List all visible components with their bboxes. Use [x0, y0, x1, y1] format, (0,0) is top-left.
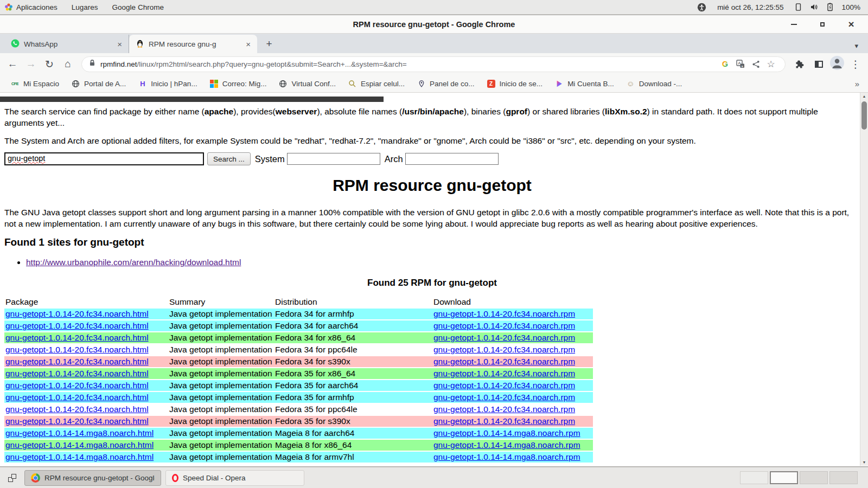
window-title: RPM resource gnu-getopt - Google Chrome: [353, 20, 515, 29]
page-title: RPM resource gnu-getopt: [4, 176, 868, 195]
home-button[interactable]: ⌂: [60, 56, 76, 72]
package-link[interactable]: gnu-getopt-1.0.14-20.fc34.noarch.html: [5, 369, 149, 378]
download-link[interactable]: gnu-getopt-1.0.14-14.mga8.noarch.rpm: [433, 452, 580, 461]
address-bar[interactable]: rpmfind.net/linux/rpm2html/search.php?qu…: [81, 56, 786, 72]
new-tab-button[interactable]: +: [261, 36, 277, 52]
chrome-window: RPM resource gnu-getopt - Google Chrome …: [0, 15, 868, 466]
workspace-1[interactable]: [740, 471, 768, 484]
bookmark-star-icon[interactable]: ☆: [763, 59, 778, 70]
download-link[interactable]: gnu-getopt-1.0.14-20.fc34.noarch.rpm: [433, 369, 575, 378]
package-link[interactable]: gnu-getopt-1.0.14-20.fc34.noarch.html: [5, 321, 149, 330]
package-link[interactable]: gnu-getopt-1.0.14-20.fc34.noarch.html: [5, 309, 149, 318]
workspace-4[interactable]: [829, 471, 858, 484]
download-link[interactable]: gnu-getopt-1.0.14-20.fc34.noarch.rpm: [433, 309, 575, 318]
download-link[interactable]: gnu-getopt-1.0.14-20.fc34.noarch.rpm: [433, 357, 575, 366]
bookmarks-overflow-chevron[interactable]: »: [855, 79, 863, 88]
search-button[interactable]: Search ...: [207, 152, 251, 165]
package-link[interactable]: gnu-getopt-1.0.14-20.fc34.noarch.html: [5, 333, 149, 342]
close-tab-icon[interactable]: ×: [244, 40, 253, 49]
chrome-icon: [31, 473, 40, 483]
close-window-button[interactable]: ×: [844, 17, 858, 31]
vertical-scrollbar[interactable]: ▲ ▼: [860, 93, 868, 466]
places-menu[interactable]: Lugares: [72, 3, 98, 11]
workspace-2[interactable]: [770, 471, 798, 484]
download-link[interactable]: gnu-getopt-1.0.14-20.fc34.noarch.rpm: [433, 321, 575, 330]
download-link[interactable]: gnu-getopt-1.0.14-20.fc34.noarch.rpm: [433, 393, 575, 402]
download-link[interactable]: gnu-getopt-1.0.14-20.fc34.noarch.rpm: [433, 404, 575, 414]
bookmark-portal[interactable]: Portal de A...: [66, 77, 131, 91]
back-button[interactable]: ←: [4, 56, 21, 72]
scroll-up-arrow-icon[interactable]: ▲: [860, 94, 868, 98]
bookmark-mi-cuenta[interactable]: Mi Cuenta B...: [550, 77, 619, 91]
rpm-table-row: gnu-getopt-1.0.14-20.fc34.noarch.html Ja…: [4, 368, 593, 379]
bookmark-inicio-sesion[interactable]: Z Inicio de se...: [482, 77, 548, 91]
download-link[interactable]: gnu-getopt-1.0.14-14.mga8.noarch.rpm: [433, 428, 580, 438]
lock-icon[interactable]: [88, 59, 96, 69]
close-tab-icon[interactable]: ×: [115, 40, 124, 49]
package-link[interactable]: gnu-getopt-1.0.14-20.fc34.noarch.html: [5, 416, 149, 426]
distribution-cell: Fedora 34 for aarch64: [274, 320, 432, 331]
bookmark-hpanel[interactable]: H Inicio | hPan...: [133, 77, 202, 91]
active-app-menu[interactable]: Google Chrome: [112, 3, 164, 11]
bookmark-download[interactable]: ☺ Download -...: [621, 77, 687, 91]
bookmark-panel[interactable]: Panel de co...: [412, 77, 480, 91]
reload-button[interactable]: ↻: [41, 56, 58, 72]
tab-search-chevron-icon[interactable]: ▾: [854, 42, 858, 50]
google-g-icon[interactable]: G: [718, 60, 733, 68]
workspace-switcher: [740, 471, 858, 484]
package-link[interactable]: gnu-getopt-1.0.14-14.mga8.noarch.html: [5, 452, 154, 461]
rpm-table-row: gnu-getopt-1.0.14-20.fc34.noarch.html Ja…: [4, 332, 593, 343]
translate-icon[interactable]: A a: [733, 60, 748, 68]
forward-button[interactable]: →: [23, 56, 39, 72]
system-input[interactable]: [287, 153, 380, 165]
bookmark-mi-espacio[interactable]: CFE Mi Espacio: [5, 77, 64, 91]
rpm-table-row: gnu-getopt-1.0.14-20.fc34.noarch.html Ja…: [4, 356, 593, 367]
taskbar-item-chrome[interactable]: RPM resource gnu-getopt - Google ...: [24, 470, 161, 486]
download-link[interactable]: gnu-getopt-1.0.14-14.mga8.noarch.rpm: [433, 440, 580, 450]
horizontal-scrollbar-thumb[interactable]: [0, 97, 384, 102]
globe-icon: [278, 79, 288, 88]
download-link[interactable]: gnu-getopt-1.0.14-20.fc34.noarch.rpm: [433, 381, 575, 390]
scrollbar-thumb[interactable]: [861, 101, 867, 130]
workspace-3[interactable]: [800, 471, 828, 484]
package-link[interactable]: gnu-getopt-1.0.14-20.fc34.noarch.html: [5, 381, 149, 390]
share-icon[interactable]: [748, 60, 763, 68]
tab-whatsapp[interactable]: WhatsApp ×: [4, 35, 129, 53]
tab-rpm-resource[interactable]: RPM resource gnu-g ×: [129, 35, 257, 53]
browser-menu-dots-icon[interactable]: ⋮: [847, 56, 864, 72]
scroll-down-arrow-icon[interactable]: ▼: [860, 460, 868, 464]
bookmark-virtual-conf[interactable]: Virtual Conf...: [273, 77, 341, 91]
package-link[interactable]: gnu-getopt-1.0.14-14.mga8.noarch.html: [5, 428, 154, 438]
browser-toolbar: ← → ↻ ⌂ rpmfind.net/linux/rpm2html/searc…: [0, 53, 868, 75]
profile-avatar[interactable]: [830, 56, 844, 72]
download-link[interactable]: gnu-getopt-1.0.14-20.fc34.noarch.rpm: [433, 333, 575, 342]
download-link[interactable]: gnu-getopt-1.0.14-20.fc34.noarch.rpm: [433, 345, 575, 354]
site-link[interactable]: http://www.urbanophile.com/arenn/hacking…: [26, 258, 241, 267]
accessibility-icon[interactable]: [697, 3, 706, 12]
rpm-table-row: gnu-getopt-1.0.14-14.mga8.noarch.html Ja…: [4, 428, 593, 439]
distribution-cell: Fedora 34 for armhfp: [274, 309, 432, 319]
bookmark-correo[interactable]: Correo: Mig...: [205, 77, 272, 91]
applications-menu[interactable]: Aplicaciones: [4, 3, 58, 11]
side-panel-icon[interactable]: [810, 56, 827, 72]
bookmark-espiar[interactable]: Espiar celul...: [343, 77, 410, 91]
package-link[interactable]: gnu-getopt-1.0.14-20.fc34.noarch.html: [5, 357, 149, 366]
window-list-button[interactable]: [4, 470, 20, 485]
query-input[interactable]: gnu-getopt: [4, 152, 204, 165]
minimize-button[interactable]: [787, 17, 801, 31]
volume-icon[interactable]: [810, 3, 819, 11]
download-link[interactable]: gnu-getopt-1.0.14-20.fc34.noarch.rpm: [433, 416, 575, 426]
taskbar-item-opera[interactable]: Speed Dial - Opera: [165, 470, 304, 486]
clock[interactable]: mié oct 26, 12:25:55: [717, 3, 783, 11]
maximize-button[interactable]: [815, 17, 829, 31]
arch-input[interactable]: [405, 153, 499, 165]
search-service-paragraph: The search service can find package by e…: [4, 106, 868, 129]
window-titlebar[interactable]: RPM resource gnu-getopt - Google Chrome …: [0, 15, 868, 34]
distribution-cell: Fedora 35 for armhfp: [274, 392, 432, 403]
extensions-puzzle-icon[interactable]: [791, 56, 807, 72]
package-link[interactable]: gnu-getopt-1.0.14-14.mga8.noarch.html: [5, 440, 154, 450]
package-link[interactable]: gnu-getopt-1.0.14-20.fc34.noarch.html: [5, 345, 149, 354]
column-header-summary: Summary: [168, 297, 274, 307]
package-link[interactable]: gnu-getopt-1.0.14-20.fc34.noarch.html: [5, 404, 149, 414]
package-link[interactable]: gnu-getopt-1.0.14-20.fc34.noarch.html: [5, 393, 149, 402]
